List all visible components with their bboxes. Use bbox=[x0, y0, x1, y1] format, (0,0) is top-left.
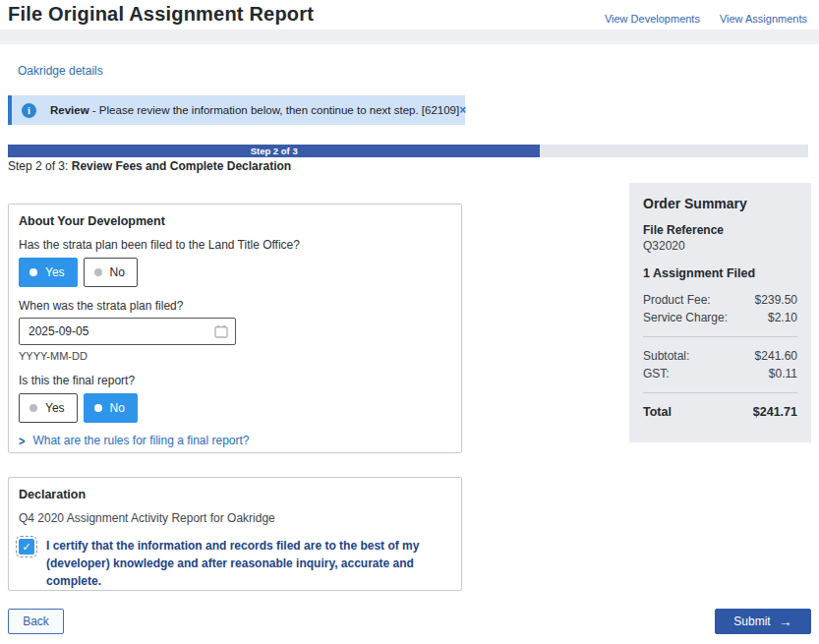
subtotal-value: $241.60 bbox=[755, 349, 797, 363]
fee-row: Service Charge: $2.10 bbox=[643, 311, 797, 324]
info-banner: i Review - Please review the information… bbox=[8, 95, 465, 125]
fee-label: Service Charge: bbox=[643, 311, 728, 324]
oakridge-details-link[interactable]: Oakridge details bbox=[18, 64, 103, 78]
strata-filed-no-toggle[interactable]: No bbox=[84, 258, 138, 287]
rules-link-label: What are the rules for filing a final re… bbox=[32, 434, 249, 447]
development-panel: About Your Development Has the strata pl… bbox=[8, 204, 462, 453]
fee-value: $239.50 bbox=[755, 293, 797, 307]
toggle-label: No bbox=[110, 265, 125, 279]
file-reference-label: File Reference bbox=[643, 223, 797, 237]
header-bar: File Original Assignment Report View Dev… bbox=[0, 0, 819, 29]
toggle-label: Yes bbox=[45, 265, 65, 279]
date-field-wrapper bbox=[19, 318, 236, 345]
submit-button[interactable]: Submit → bbox=[715, 609, 811, 634]
total-value: $241.71 bbox=[753, 405, 797, 419]
banner-title: Review bbox=[50, 104, 89, 116]
header-divider-band bbox=[0, 29, 819, 44]
strata-filed-yes-toggle[interactable]: Yes bbox=[19, 258, 78, 287]
divider bbox=[643, 336, 797, 337]
checkmark-icon: ✓ bbox=[22, 541, 30, 554]
development-panel-title: About Your Development bbox=[19, 214, 447, 228]
toggle-label: Yes bbox=[45, 401, 65, 415]
arrow-right-icon: → bbox=[779, 615, 792, 628]
total-label: Total bbox=[643, 405, 672, 419]
total-row: Total $241.71 bbox=[643, 405, 797, 419]
back-button[interactable]: Back bbox=[8, 609, 64, 634]
final-report-yes-toggle[interactable]: Yes bbox=[19, 393, 78, 423]
progress-label: Step 2 of 3 bbox=[251, 146, 298, 156]
declaration-panel: Declaration Q4 2020 Assignment Activity … bbox=[8, 477, 462, 591]
gst-label: GST: bbox=[643, 367, 670, 381]
subtotal-row: Subtotal: $241.60 bbox=[643, 349, 797, 363]
assignment-filed-label: 1 Assignment Filed bbox=[643, 266, 797, 280]
order-summary: Order Summary File Reference Q32020 1 As… bbox=[629, 183, 811, 442]
step-indicator: Step 2 of 3: Review Fees and Complete De… bbox=[8, 159, 291, 173]
fee-row: Product Fee: $239.50 bbox=[643, 293, 797, 307]
banner-message: Review - Please review the information b… bbox=[50, 104, 459, 116]
page: File Original Assignment Report View Dev… bbox=[0, 0, 819, 644]
chevron-right-icon: > bbox=[19, 434, 25, 447]
info-icon: i bbox=[22, 103, 36, 118]
view-developments-link[interactable]: View Developments bbox=[605, 13, 700, 25]
certify-row: ✓ I certify that the information and rec… bbox=[19, 537, 447, 590]
radio-dot-icon bbox=[29, 268, 37, 276]
certify-checkbox[interactable]: ✓ bbox=[19, 539, 34, 555]
strata-filed-question: Has the strata plan been filed to the La… bbox=[19, 238, 447, 252]
radio-dot-icon bbox=[94, 404, 102, 412]
final-report-toggle-group: Yes No bbox=[19, 393, 447, 423]
strata-date-question: When was the strata plan filed? bbox=[19, 299, 447, 313]
progress-bar: Step 2 of 3 bbox=[8, 145, 808, 157]
fee-label: Product Fee: bbox=[643, 293, 711, 307]
final-report-rules-link[interactable]: > What are the rules for filing a final … bbox=[19, 434, 447, 447]
strata-filed-toggle-group: Yes No bbox=[19, 258, 447, 287]
banner-body-text: - Please review the information below, t… bbox=[89, 104, 460, 116]
final-report-no-toggle[interactable]: No bbox=[84, 393, 138, 423]
fee-value: $2.10 bbox=[768, 311, 797, 324]
date-format-hint: YYYY-MM-DD bbox=[19, 350, 447, 362]
file-reference-value: Q32020 bbox=[643, 239, 797, 253]
gst-row: GST: $0.11 bbox=[643, 367, 797, 381]
radio-dot-icon bbox=[94, 268, 102, 276]
certify-text: I certify that the information and recor… bbox=[46, 537, 444, 590]
step-prefix: Step 2 of 3: bbox=[8, 159, 72, 173]
final-report-question: Is this the final report? bbox=[19, 374, 447, 387]
strata-date-input[interactable] bbox=[19, 318, 236, 345]
declaration-subtitle: Q4 2020 Assignment Activity Report for O… bbox=[19, 511, 447, 525]
step-title: Review Fees and Complete Declaration bbox=[72, 159, 291, 173]
banner-close-icon[interactable]: × bbox=[459, 104, 466, 116]
radio-dot-icon bbox=[29, 404, 37, 412]
header-links: View Developments View Assignments bbox=[605, 13, 807, 25]
gst-value: $0.11 bbox=[769, 367, 797, 381]
order-summary-title: Order Summary bbox=[643, 196, 797, 211]
submit-label: Submit bbox=[733, 615, 770, 628]
toggle-label: No bbox=[110, 401, 125, 415]
progress-fill: Step 2 of 3 bbox=[8, 145, 540, 157]
view-assignments-link[interactable]: View Assignments bbox=[720, 13, 807, 25]
calendar-icon[interactable] bbox=[214, 324, 228, 338]
page-title: File Original Assignment Report bbox=[8, 3, 314, 26]
declaration-title: Declaration bbox=[19, 488, 447, 501]
subtotal-label: Subtotal: bbox=[643, 349, 689, 363]
divider bbox=[643, 392, 797, 393]
